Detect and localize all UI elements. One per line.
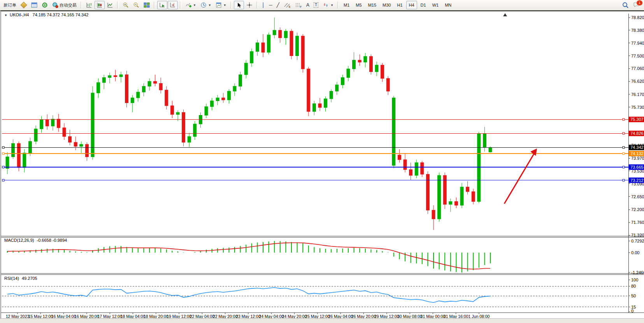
timeframe-m15-button[interactable]: M15 (365, 1, 379, 9)
crosshair-button[interactable] (244, 1, 254, 9)
price-tick: 77.500 (631, 54, 644, 58)
horizontal-line-button[interactable]: ─ (267, 1, 274, 9)
text-icon: A (306, 3, 309, 7)
auto-trading-icon (52, 2, 58, 8)
periods-icon (200, 2, 207, 8)
timeframe-mn-button[interactable]: MN (442, 1, 454, 9)
rsi-panel: 1008050150 (2, 278, 638, 313)
line-handle[interactable] (623, 153, 625, 155)
zoom-in-button[interactable] (121, 1, 131, 9)
svg-text:73.665: 73.665 (630, 165, 644, 169)
periods-button[interactable]: ▼ (198, 1, 213, 9)
trend-arrow-annotation[interactable] (504, 148, 537, 204)
line-handle[interactable] (2, 166, 4, 168)
chart-canvas[interactable]: 78.82078.38077.94077.50077.06076.62076.1… (1, 11, 644, 319)
price-axis: 78.82078.38077.94077.50077.06076.62076.1… (628, 15, 644, 237)
chart-window: 78.82078.38077.94077.50077.06076.62076.1… (0, 10, 644, 318)
horizontal-line[interactable] (2, 119, 628, 120)
zoom-out-button[interactable] (131, 1, 141, 9)
text-label-icon: T (314, 2, 318, 8)
tile-windows-icon (144, 2, 150, 8)
search-button[interactable] (620, 1, 631, 9)
line-handle[interactable] (2, 153, 4, 155)
crosshair-icon (246, 2, 253, 8)
auto-trading-button[interactable]: 自动交易 (50, 1, 79, 9)
rsi-tick: 100 (631, 278, 638, 282)
chevron-down-icon: ▼ (208, 3, 211, 7)
line-handle[interactable] (623, 166, 625, 168)
svg-text:74.132: 74.132 (630, 151, 644, 156)
cursor-button[interactable] (234, 1, 244, 9)
horizontal-line[interactable] (2, 179, 628, 181)
timeframe-m30-button[interactable]: M30 (380, 1, 393, 9)
text-label-button[interactable]: T (312, 1, 320, 9)
svg-text:74.826: 74.826 (630, 131, 644, 136)
candlestick-chart-icon (97, 2, 103, 8)
macd-signal-line (7, 243, 490, 269)
templates-button[interactable]: ▼ (214, 1, 228, 9)
auto-scroll-button[interactable] (157, 1, 167, 9)
equidistant-channel-icon: E (284, 2, 291, 8)
fibonacci-icon: F (295, 2, 302, 8)
line-handle[interactable] (2, 179, 4, 181)
arrows-icon (323, 2, 329, 8)
trend-line-icon: ╱ (277, 3, 279, 7)
indicators-button[interactable]: ▼ (183, 1, 198, 9)
toolbar-right: 1 (620, 1, 642, 9)
timeframe-m1-button[interactable]: M1 (341, 1, 352, 9)
horizontal-line[interactable] (2, 166, 628, 168)
line-handle[interactable] (623, 119, 625, 120)
gold-button[interactable] (19, 1, 29, 9)
toolbar-separator (180, 2, 181, 9)
chevron-down-icon: ▼ (330, 3, 333, 7)
chart-shift-button[interactable] (168, 1, 178, 9)
svg-text:E: E (289, 5, 291, 8)
main-toolbar: 新订单 自动交易 ▼ ▼ (0, 0, 644, 10)
shift-marker-icon (503, 13, 507, 16)
price-tick: 75.730 (631, 105, 644, 110)
toolbar-separator (256, 2, 258, 9)
horizontal-line[interactable] (2, 147, 628, 148)
line-handle[interactable] (623, 147, 625, 148)
toolbar-separator (154, 2, 155, 9)
line-handle[interactable] (623, 179, 625, 181)
arrows-button[interactable]: ▼ (321, 1, 335, 9)
svg-text:74.342: 74.342 (630, 145, 644, 150)
price-tick: 78.820 (631, 15, 644, 20)
candlesticks (6, 17, 492, 230)
vertical-line-button[interactable]: │ (260, 1, 267, 9)
price-tick: 76.170 (631, 92, 644, 97)
svg-text:75.307: 75.307 (630, 117, 644, 122)
line-chart-button[interactable] (105, 1, 115, 9)
tile-windows-button[interactable] (142, 1, 152, 9)
fibonacci-button[interactable]: F (293, 1, 304, 9)
bar-chart-button[interactable] (84, 1, 94, 9)
timeframe-h1-button[interactable]: H1 (394, 1, 405, 9)
equidistant-channel-button[interactable]: E (282, 1, 293, 9)
time-axis: 12 May 202315 May 12:0016 May 04:0016 Ma… (6, 313, 490, 319)
navigator-button[interactable] (40, 1, 50, 9)
navigator-icon (42, 2, 48, 8)
zoom-out-icon (133, 2, 139, 8)
timeframe-h4-button[interactable]: H4 (406, 1, 417, 9)
timeframe-w1-button[interactable]: W1 (430, 1, 442, 9)
candlestick-chart-button[interactable] (95, 1, 105, 9)
new-order-button[interactable]: 新订单 (2, 1, 18, 9)
timeframe-m5-button[interactable]: M5 (353, 1, 364, 9)
rsi-tick: 80 (631, 284, 636, 288)
horizontal-line[interactable] (2, 133, 628, 134)
toolbar-separator (81, 2, 82, 9)
auto-trading-label: 自动交易 (60, 2, 77, 8)
macd-tick: -1.2466 (631, 270, 644, 275)
timeframe-d1-button[interactable]: D1 (418, 1, 429, 9)
svg-text:F: F (300, 5, 302, 8)
bar-chart-icon (86, 2, 92, 8)
price-tick: 72.200 (631, 207, 644, 212)
macd-panel: 0.72920.00-1.2466 (7, 239, 644, 275)
chat-button[interactable]: 1 (633, 2, 640, 8)
market-watch-button[interactable] (29, 1, 39, 9)
line-handle[interactable] (623, 133, 625, 134)
text-button[interactable]: A (304, 1, 311, 9)
trend-line-button[interactable]: ╱ (275, 1, 281, 9)
line-handle[interactable] (2, 147, 4, 148)
